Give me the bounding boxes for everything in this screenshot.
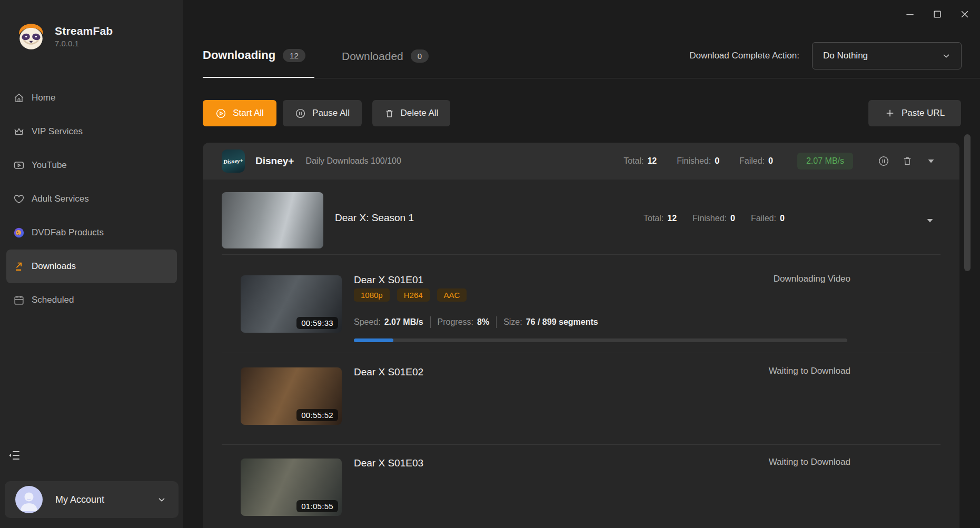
collapse-sidebar-button[interactable] (7, 449, 22, 463)
season-thumbnail[interactable] (222, 192, 323, 248)
start-all-button[interactable]: Start All (203, 100, 276, 126)
scrollbar-thumb[interactable] (964, 134, 971, 271)
sidebar-item-downloads[interactable]: Downloads (6, 250, 177, 283)
group-pause-button[interactable] (877, 155, 890, 167)
delete-all-label: Delete All (401, 108, 439, 118)
collapse-sidebar-icon (7, 449, 21, 462)
minimize-button[interactable] (902, 6, 918, 22)
chevron-down-icon (941, 51, 952, 61)
download-complete-action: Download Complete Action: Do Nothing (689, 42, 962, 69)
meta-value: 8% (477, 317, 489, 327)
stat-value: 0 (780, 214, 785, 223)
sidebar-item-label: YouTube (32, 160, 67, 171)
episode-status: Waiting to Download (769, 457, 850, 467)
avatar (15, 486, 43, 513)
stat-label: Failed: (739, 156, 765, 166)
sidebar-item-scheduled[interactable]: Scheduled (0, 283, 183, 317)
tab-downloaded[interactable]: Downloaded 0 (342, 49, 429, 63)
chevron-down-icon (156, 494, 167, 505)
app-name: StreamFab (55, 25, 113, 37)
plus-icon (885, 108, 895, 118)
group-delete-button[interactable] (901, 155, 914, 167)
stat-label: Total: (623, 156, 644, 166)
meta-divider (430, 316, 431, 328)
trash-icon (384, 108, 394, 118)
meta-divider (496, 316, 497, 328)
episode-title: Dear X S01E02 (354, 366, 423, 378)
episode-status: Waiting to Download (769, 366, 850, 376)
main-panel: Downloading 12 Downloaded 0 Download Com… (183, 0, 980, 528)
group-collapse-button[interactable] (925, 155, 937, 167)
sidebar-item-label: Home (32, 93, 55, 103)
season-title: Dear X: Season 1 (335, 212, 414, 224)
dvdfab-monkey-icon (13, 227, 25, 238)
season-stats: Total:12 Finished:0 Failed:0 (644, 214, 785, 223)
season-collapse-button[interactable] (924, 214, 936, 227)
meta-label: Size: (503, 317, 522, 327)
quality-tag: 1080p (354, 288, 390, 302)
my-account-button[interactable]: My Account (5, 481, 179, 518)
disney-plus-logo-icon: Disney+ (222, 150, 245, 173)
start-all-label: Start All (233, 108, 264, 118)
minimize-icon (905, 9, 915, 19)
episode-thumbnail[interactable]: 01:05:55 (241, 459, 342, 516)
stat-label: Finished: (692, 214, 727, 223)
group-actions (877, 155, 937, 167)
sidebar-item-label: Downloads (32, 261, 76, 272)
daily-downloads-label: Daily Downloads 100/100 (305, 156, 401, 166)
meta-label: Speed: (354, 317, 381, 327)
episode-tags: 1080p H264 AAC (354, 288, 467, 302)
stat-label: Total: (644, 214, 664, 223)
calendar-icon (13, 294, 25, 306)
episode-duration-badge: 01:05:55 (296, 500, 338, 512)
stat-value: 0 (768, 156, 773, 166)
paste-url-label: Paste URL (902, 108, 945, 118)
pause-all-label: Pause All (312, 108, 350, 118)
stat-value: 12 (667, 214, 677, 223)
sidebar-item-adult-services[interactable]: Adult Services (0, 182, 183, 216)
row-divider (222, 353, 941, 353)
close-button[interactable] (957, 6, 973, 22)
episode-duration-badge: 00:59:33 (296, 317, 338, 329)
episode-title: Dear X S01E03 (354, 457, 423, 469)
row-divider (222, 444, 941, 445)
complete-action-select[interactable]: Do Nothing (812, 42, 962, 69)
stat-label: Finished: (677, 156, 711, 166)
episode-thumbnail[interactable]: 00:55:52 (241, 367, 342, 425)
play-circle-icon (215, 108, 226, 119)
provider-name: Disney+ (255, 155, 294, 167)
pause-all-button[interactable]: Pause All (283, 100, 362, 126)
row-divider (222, 254, 941, 255)
provider-logo-text: Disney+ (223, 157, 243, 165)
stat-value: 12 (647, 156, 657, 166)
stat-label: Failed: (751, 214, 776, 223)
episode-progress-fill (354, 338, 393, 342)
tab-label: Downloaded (342, 50, 403, 63)
sidebar-item-dvdfab-products[interactable]: DVDFab Products (0, 216, 183, 250)
sidebar-item-vip-services[interactable]: VIP Services (0, 115, 183, 148)
sidebar-item-home[interactable]: Home (0, 81, 183, 115)
paste-url-button[interactable]: Paste URL (868, 100, 961, 126)
sidebar-item-label: VIP Services (32, 126, 83, 137)
sidebar: StreamFab 7.0.0.1 Home VIP Services YouT… (0, 0, 183, 528)
episode-title: Dear X S01E01 (354, 274, 423, 286)
maximize-button[interactable] (929, 6, 945, 22)
sidebar-item-label: DVDFab Products (32, 227, 104, 238)
tab-label: Downloading (203, 48, 275, 62)
tab-count-badge: 0 (411, 49, 429, 63)
episode-download-meta: Speed:2.07 MB/s Progress:8% Size:76 / 89… (354, 316, 598, 328)
group-stats: Total:12 Finished:0 Failed:0 (623, 156, 773, 166)
episode-thumbnail[interactable]: 00:59:33 (241, 275, 342, 333)
sidebar-item-youtube[interactable]: YouTube (0, 148, 183, 182)
download-arrow-icon (13, 261, 25, 272)
stat-value: 0 (715, 156, 719, 166)
caret-down-icon (927, 157, 935, 165)
episode-duration-badge: 00:55:52 (296, 409, 338, 421)
tab-downloading[interactable]: Downloading 12 (203, 48, 305, 62)
sidebar-item-label: Adult Services (32, 194, 89, 204)
download-list: Disney+ Disney+ Daily Downloads 100/100 … (203, 143, 959, 528)
sidebar-item-label: Scheduled (32, 295, 74, 305)
account-label: My Account (55, 494, 156, 505)
sidebar-nav: Home VIP Services YouTube Adult Services (0, 81, 183, 317)
delete-all-button[interactable]: Delete All (372, 100, 450, 126)
